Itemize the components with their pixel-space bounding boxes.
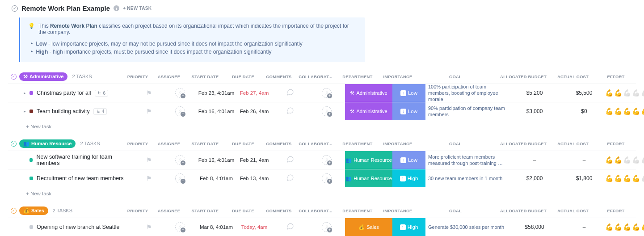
task-row[interactable]: Recruitment of new team members ⚑ Feb 8,… <box>8 169 636 187</box>
importance-chip[interactable]: ↓Low <box>392 84 425 102</box>
col-cost[interactable]: ACTUAL COST <box>550 74 596 79</box>
task-row[interactable]: New software training for team members ⚑… <box>8 151 636 169</box>
start-date[interactable]: Feb 16, 4:01am <box>196 151 237 169</box>
new-task-row[interactable]: + New task <box>8 120 636 133</box>
importance-chip[interactable]: ↑High <box>392 169 425 187</box>
budget-value[interactable]: – <box>508 151 561 169</box>
department-chip[interactable]: ⚒Administrative <box>345 102 392 120</box>
col-start-date[interactable]: START DATE <box>185 74 226 79</box>
priority-flag-icon[interactable]: ⚑ <box>146 223 152 231</box>
group-collapse-icon[interactable]: ✓ <box>11 74 17 80</box>
status-square[interactable] <box>29 110 33 113</box>
goal-text[interactable]: More proficient team members measured th… <box>425 151 508 169</box>
budget-value[interactable]: $5,200 <box>508 84 561 102</box>
col-cost[interactable]: ACTUAL COST <box>550 141 596 146</box>
comment-icon[interactable] <box>286 107 294 116</box>
col-goal[interactable]: GOAL <box>414 141 497 146</box>
goal-text[interactable]: 100% participation of team members, boos… <box>425 84 508 102</box>
due-date[interactable]: Feb 26, 4am <box>237 102 272 120</box>
list-status-circle[interactable]: ✓ <box>12 5 18 12</box>
col-importance[interactable]: IMPORTANCE <box>381 74 414 79</box>
col-assignee[interactable]: ASSIGNEE <box>153 74 185 79</box>
col-due-date[interactable]: DUE DATE <box>226 74 261 79</box>
task-row[interactable]: ▸ Team building activity 4 ⚑ Feb 16, 4:0… <box>8 102 636 120</box>
assignee-add-icon[interactable] <box>175 106 185 116</box>
effort-value[interactable]: 💪💪💪💪💪 <box>605 223 644 231</box>
col-importance[interactable]: IMPORTANCE <box>381 141 414 146</box>
col-start-date[interactable]: START DATE <box>185 208 226 213</box>
group-collapse-icon[interactable]: ✓ <box>11 141 17 147</box>
goal-text[interactable]: 90% participation of company team member… <box>425 102 508 120</box>
assignee-add-icon[interactable] <box>322 222 332 232</box>
subtask-count[interactable]: 6 <box>95 90 109 97</box>
status-square[interactable] <box>29 91 33 95</box>
group-chip[interactable]: 👥Human Resource <box>19 139 76 148</box>
due-date[interactable]: Feb 27, 4am <box>237 84 272 102</box>
budget-value[interactable]: $2,000 <box>508 169 561 187</box>
col-priority[interactable]: PRIORITY <box>122 74 153 79</box>
priority-flag-icon[interactable]: ⚑ <box>146 156 152 164</box>
col-effort[interactable]: EFFORT <box>596 208 636 213</box>
subtask-count[interactable]: 4 <box>93 108 107 115</box>
start-date[interactable]: Feb 8, 4:01am <box>196 169 237 187</box>
col-assignee[interactable]: ASSIGNEE <box>153 141 185 146</box>
comment-icon[interactable] <box>286 223 294 232</box>
importance-chip[interactable]: ↓Low <box>392 151 425 169</box>
task-name[interactable]: Christmas party for all <box>37 90 91 96</box>
col-effort[interactable]: EFFORT <box>596 74 636 79</box>
col-comments[interactable]: COMMENTS <box>261 208 297 213</box>
importance-chip[interactable]: ↑High <box>392 218 425 236</box>
goal-text[interactable]: 30 new team members in 1 month <box>425 169 508 187</box>
col-goal[interactable]: GOAL <box>414 74 497 79</box>
status-square[interactable] <box>29 177 33 180</box>
col-budget[interactable]: ALLOCATED BUDGET <box>497 141 550 146</box>
goal-text[interactable]: Generate $30,000 sales per month <box>425 218 508 236</box>
start-date[interactable]: Feb 23, 4:01am <box>196 84 237 102</box>
start-date[interactable]: Feb 16, 4:01am <box>196 102 237 120</box>
priority-flag-icon[interactable]: ⚑ <box>146 175 152 182</box>
department-chip[interactable]: 💰Sales <box>345 218 392 236</box>
task-name[interactable]: Recruitment of new team members <box>37 175 124 181</box>
status-square[interactable] <box>29 225 33 229</box>
col-due-date[interactable]: DUE DATE <box>226 208 261 213</box>
group-chip[interactable]: 💰Sales <box>19 206 48 215</box>
col-collaborators[interactable]: COLLABORAT... <box>297 208 334 213</box>
status-square[interactable] <box>29 158 33 162</box>
department-chip[interactable]: ⚒Administrative <box>345 84 392 102</box>
group-collapse-icon[interactable]: ✓ <box>11 208 17 214</box>
due-date[interactable]: Today, 4am <box>237 218 272 236</box>
col-effort[interactable]: EFFORT <box>596 141 636 146</box>
comment-icon[interactable] <box>286 88 294 97</box>
col-collaborators[interactable]: COLLABORAT... <box>297 74 334 79</box>
task-name[interactable]: Opening of new branch at Seattle <box>37 224 120 230</box>
priority-flag-icon[interactable]: ⚑ <box>146 108 152 115</box>
department-chip[interactable]: 👥Human Resource <box>345 169 392 187</box>
assignee-add-icon[interactable] <box>322 88 332 98</box>
cost-value[interactable]: $1,800 <box>561 169 607 187</box>
due-date[interactable]: Feb 21, 4am <box>237 151 272 169</box>
col-priority[interactable]: PRIORITY <box>122 208 153 213</box>
info-icon[interactable]: i <box>114 5 119 11</box>
list-title[interactable]: Remote Work Plan Example <box>21 4 110 12</box>
col-goal[interactable]: GOAL <box>414 208 497 213</box>
col-due-date[interactable]: DUE DATE <box>226 141 261 146</box>
col-comments[interactable]: COMMENTS <box>261 141 297 146</box>
assignee-add-icon[interactable] <box>322 155 332 165</box>
new-task-button[interactable]: + NEW TASK <box>123 6 152 11</box>
priority-flag-icon[interactable]: ⚑ <box>146 89 152 97</box>
effort-value[interactable]: 💪💪💪💪💪 <box>605 107 644 115</box>
assignee-add-icon[interactable] <box>322 106 332 116</box>
comment-icon[interactable] <box>286 156 294 164</box>
cost-value[interactable]: – <box>561 151 607 169</box>
assignee-add-icon[interactable] <box>175 88 185 98</box>
budget-value[interactable]: $3,000 <box>508 102 561 120</box>
cost-value[interactable]: $5,500 <box>561 84 607 102</box>
task-row[interactable]: ▸ Christmas party for all 6 ⚑ Feb 23, 4:… <box>8 84 636 102</box>
expand-caret-icon[interactable]: ▸ <box>23 109 26 114</box>
task-name[interactable]: Team building activity <box>37 108 90 114</box>
importance-chip[interactable]: ↓Low <box>392 102 425 120</box>
col-assignee[interactable]: ASSIGNEE <box>153 208 185 213</box>
effort-value[interactable]: 💪💪💪💪💪 <box>605 174 644 182</box>
cost-value[interactable]: – <box>561 218 607 236</box>
assignee-add-icon[interactable] <box>175 155 185 165</box>
